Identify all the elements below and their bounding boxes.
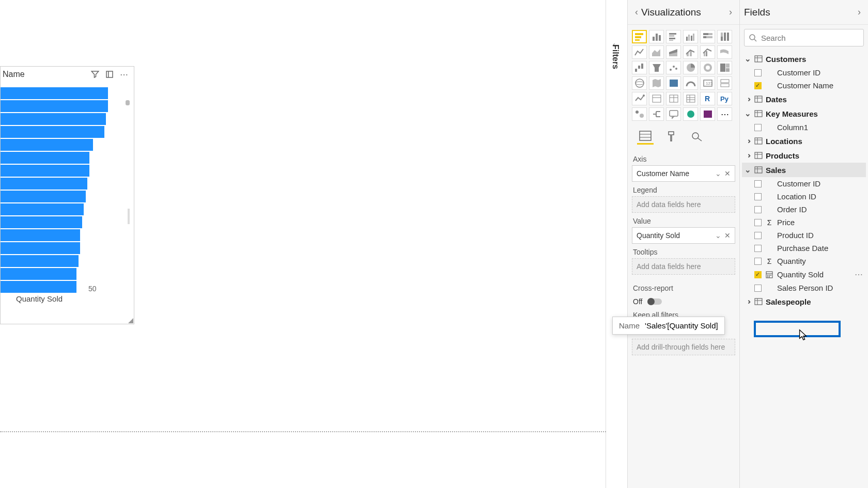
bar[interactable] (1, 165, 125, 177)
checkbox[interactable] (754, 271, 762, 278)
bar-chart-visual[interactable]: Name ⋯ 50 Quantity Sold (0, 66, 134, 324)
python-visual-icon[interactable]: Py (717, 92, 732, 105)
line-clustered-column-icon[interactable] (700, 45, 715, 59)
field-product-id[interactable]: Product ID (742, 229, 866, 242)
field-customer-id[interactable]: Customer ID (742, 177, 866, 190)
chevron-right-icon[interactable]: › (726, 7, 735, 18)
chevron-left-icon[interactable]: ‹ (632, 7, 641, 18)
legend-well[interactable]: Add data fields here (632, 196, 735, 213)
search-input[interactable] (761, 34, 859, 42)
bar[interactable] (1, 178, 125, 190)
qa-visual-icon[interactable] (666, 107, 681, 121)
bar[interactable] (1, 203, 125, 215)
fields-search[interactable] (744, 29, 864, 46)
stacked-area-chart-icon[interactable] (666, 45, 681, 59)
ribbon-chart-icon[interactable] (717, 45, 732, 59)
scatter-chart-icon[interactable] (666, 61, 681, 74)
r-visual-icon[interactable]: R (700, 92, 715, 105)
checkbox[interactable] (754, 180, 762, 187)
resize-handle[interactable] (128, 318, 134, 324)
checkbox[interactable] (754, 124, 762, 131)
donut-chart-icon[interactable] (700, 61, 715, 74)
drillthrough-well[interactable]: Add drill-through fields here (632, 339, 735, 355)
chevron-down-icon[interactable]: ⌄ (715, 231, 721, 240)
tooltips-well[interactable]: Add data fields here (632, 258, 735, 275)
checkbox[interactable] (754, 82, 762, 89)
field-price[interactable]: ΣPrice (742, 216, 866, 229)
checkbox[interactable] (754, 285, 762, 292)
pie-chart-icon[interactable] (683, 61, 698, 74)
hundred-stacked-column-icon[interactable] (717, 30, 732, 43)
table-key_measures[interactable]: ⌄Key Measures (742, 106, 866, 121)
checkbox[interactable] (754, 193, 762, 200)
filter-icon[interactable] (90, 70, 100, 79)
area-chart-icon[interactable] (649, 45, 664, 59)
kpi-icon[interactable] (632, 92, 647, 105)
more-icon[interactable]: ⋯ (855, 270, 864, 279)
bar[interactable] (1, 126, 125, 138)
chart-scrollbar[interactable] (126, 100, 130, 307)
bar[interactable] (1, 242, 125, 254)
field-sales-person-id[interactable]: Sales Person ID (742, 281, 866, 294)
table-icon[interactable] (666, 92, 681, 105)
clustered-column-chart-icon[interactable] (683, 30, 698, 43)
more-options-icon[interactable]: ⋯ (119, 70, 129, 79)
bar[interactable] (1, 87, 125, 99)
line-stacked-column-icon[interactable] (683, 45, 698, 59)
table-salespeople[interactable]: ⌄Salespeople (742, 294, 866, 309)
table-dates[interactable]: ⌄Dates (742, 92, 866, 106)
field-column1[interactable]: Column1 (742, 121, 866, 134)
clustered-bar-chart-icon[interactable] (666, 30, 681, 43)
field-customer-name[interactable]: Customer Name (742, 79, 866, 92)
bar[interactable] (1, 255, 125, 267)
format-tab[interactable] (663, 128, 679, 145)
remove-field-icon[interactable]: ✕ (724, 169, 731, 178)
treemap-icon[interactable] (717, 61, 732, 74)
gauge-icon[interactable] (683, 76, 698, 90)
table-products[interactable]: ⌄Products (742, 148, 866, 163)
bar[interactable] (1, 268, 125, 280)
checkbox[interactable] (754, 258, 762, 265)
focus-mode-icon[interactable] (105, 70, 114, 79)
key-influencers-icon[interactable] (632, 107, 647, 121)
stacked-column-chart-icon[interactable] (649, 30, 664, 43)
field-purchase-date[interactable]: Purchase Date (742, 242, 866, 255)
bar[interactable] (1, 113, 125, 125)
slicer-icon[interactable] (649, 92, 664, 105)
chevron-down-icon[interactable]: ⌄ (715, 169, 721, 178)
axis-well[interactable]: Customer Name ⌄ ✕ (632, 165, 735, 182)
checkbox[interactable] (754, 206, 762, 213)
filters-pane-collapsed[interactable]: Filters (608, 31, 623, 83)
bar[interactable] (1, 229, 125, 241)
map-icon[interactable] (632, 76, 647, 90)
bar[interactable] (1, 152, 125, 164)
table-customers[interactable]: ⌄Customers (742, 52, 866, 66)
matrix-icon[interactable] (683, 92, 698, 105)
field-location-id[interactable]: Location ID (742, 190, 866, 203)
bar[interactable] (1, 100, 125, 112)
hundred-stacked-bar-icon[interactable] (700, 30, 715, 43)
line-chart-icon[interactable] (632, 45, 647, 59)
decomposition-tree-icon[interactable] (649, 107, 664, 121)
checkbox[interactable] (754, 245, 762, 252)
table-sales[interactable]: ⌄Sales (742, 163, 866, 177)
stacked-bar-chart-icon[interactable] (632, 30, 647, 43)
field-customer-id[interactable]: Customer ID (742, 66, 866, 79)
checkbox[interactable] (754, 232, 762, 239)
filled-map-icon[interactable] (649, 76, 664, 90)
card-icon[interactable]: 123 (700, 76, 715, 90)
remove-field-icon[interactable]: ✕ (724, 231, 731, 240)
chevron-right-icon[interactable]: › (855, 7, 864, 18)
field-quantity-sold[interactable]: Quantity Sold⋯ (742, 267, 866, 281)
field-order-id[interactable]: Order ID (742, 203, 866, 216)
bar[interactable] (1, 139, 125, 151)
funnel-chart-icon[interactable] (649, 61, 664, 74)
multi-row-card-icon[interactable] (717, 76, 732, 90)
field-quantity[interactable]: ΣQuantity (742, 255, 866, 267)
analytics-tab[interactable] (689, 128, 705, 145)
table-locations[interactable]: ⌄Locations (742, 134, 866, 148)
powerapps-icon[interactable] (700, 107, 715, 121)
bar[interactable] (1, 281, 125, 293)
checkbox[interactable] (754, 69, 762, 76)
report-canvas[interactable]: Name ⋯ 50 Quantity Sold (0, 0, 606, 488)
